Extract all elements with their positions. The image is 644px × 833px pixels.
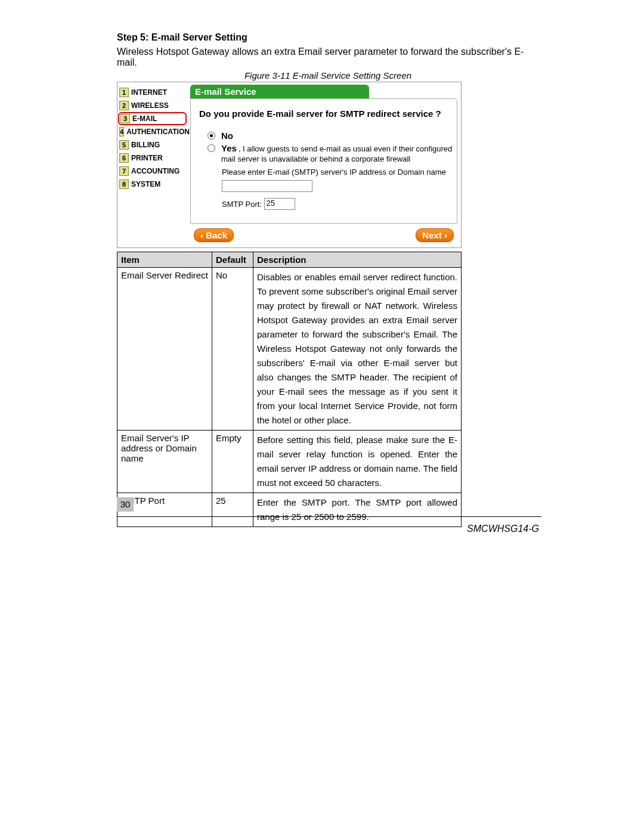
table-row: SMTP Port 25 Enter the SMTP port. The SM… [117, 493, 462, 527]
nav-step-number: 4 [119, 127, 124, 137]
nav-wireless[interactable]: 2 WIRELESS [119, 99, 187, 112]
server-address-label: Please enter E-mail (SMTP) server's IP a… [222, 168, 453, 176]
radio-yes-desc: , I allow guests to send e-mail as usual… [221, 144, 452, 163]
cell-default: No [212, 268, 253, 431]
col-default: Default [212, 252, 253, 268]
radio-yes-row[interactable]: Yes, I allow guests to send e-mail as us… [208, 143, 453, 164]
wizard-nav: 1 INTERNET 2 WIRELESS 3 E-MAIL 4 AUTHENT… [117, 82, 187, 247]
cell-desc: Before setting this field, please make s… [253, 431, 462, 493]
intro-paragraph: Wireless Hotspot Gateway allows an extra… [117, 47, 539, 68]
smtp-port-input[interactable]: 25 [264, 198, 295, 210]
smtp-port-label: SMTP Port: [222, 200, 262, 209]
cell-item: Email Server Redirect [117, 268, 212, 431]
nav-step-number: 2 [119, 101, 129, 110]
col-description: Description [253, 252, 462, 268]
nav-step-number: 8 [119, 179, 129, 189]
radio-icon[interactable] [208, 144, 215, 152]
next-button[interactable]: Next › [416, 228, 454, 242]
nav-label: SYSTEM [131, 180, 160, 188]
cell-default: Empty [212, 431, 253, 493]
nav-step-number: 3 [120, 114, 130, 123]
figure-caption: Figure 3-11 E-mail Service Setting Scree… [117, 70, 539, 80]
figure-screenshot: 1 INTERNET 2 WIRELESS 3 E-MAIL 4 AUTHENT… [117, 82, 462, 248]
nav-label: E-MAIL [132, 114, 157, 123]
radio-no-label: No [221, 131, 233, 141]
settings-panel: E-mail Service Do you provide E-mail ser… [187, 82, 461, 247]
col-item: Item [117, 252, 212, 268]
model-label: SMCWHSG14-G [467, 524, 539, 534]
cell-default: 25 [212, 493, 253, 527]
nav-step-number: 6 [119, 153, 129, 163]
nav-label: ACCOUNTING [131, 167, 179, 175]
nav-accounting[interactable]: 7 ACCOUNTING [119, 165, 187, 178]
cell-item: Email Server's IP address or Domain name [117, 431, 212, 493]
nav-label: AUTHENTICATION [126, 128, 190, 136]
parameter-table: Item Default Description Email Server Re… [117, 252, 462, 527]
nav-label: BILLING [131, 141, 160, 149]
server-address-input[interactable] [222, 180, 312, 192]
page-number: 30 [117, 497, 134, 512]
cell-desc: Enter the SMTP port. The SMTP port allow… [253, 493, 462, 527]
nav-step-number: 1 [119, 88, 129, 97]
nav-step-number: 7 [119, 166, 129, 176]
cell-desc: Disables or enables email server redirec… [253, 268, 462, 431]
nav-internet[interactable]: 1 INTERNET [119, 86, 187, 99]
nav-label: WIRELESS [131, 101, 169, 110]
nav-step-number: 5 [119, 140, 129, 150]
nav-label: PRINTER [131, 154, 163, 162]
radio-icon[interactable] [208, 132, 215, 140]
question-text: Do you provide E-mail server for SMTP re… [199, 109, 453, 119]
step-heading: Step 5: E-mail Server Setting [117, 32, 539, 43]
radio-yes-label: Yes [221, 143, 237, 153]
nav-label: INTERNET [131, 88, 167, 97]
back-button[interactable]: ‹ Back [194, 228, 234, 242]
nav-printer[interactable]: 6 PRINTER [119, 151, 187, 165]
radio-no-row[interactable]: No [208, 131, 453, 141]
table-row: Email Server's IP address or Domain name… [117, 431, 462, 493]
nav-system[interactable]: 8 SYSTEM [119, 178, 187, 191]
footer-rule [117, 516, 541, 517]
panel-body: Do you provide E-mail server for SMTP re… [190, 98, 457, 224]
table-row: Email Server Redirect No Disables or ena… [117, 268, 462, 431]
nav-authentication[interactable]: 4 AUTHENTICATION [119, 125, 187, 138]
nav-email[interactable]: 3 E-MAIL [118, 112, 187, 125]
nav-billing[interactable]: 5 BILLING [119, 138, 187, 151]
table-header-row: Item Default Description [117, 252, 462, 268]
panel-title: E-mail Service [190, 85, 369, 98]
